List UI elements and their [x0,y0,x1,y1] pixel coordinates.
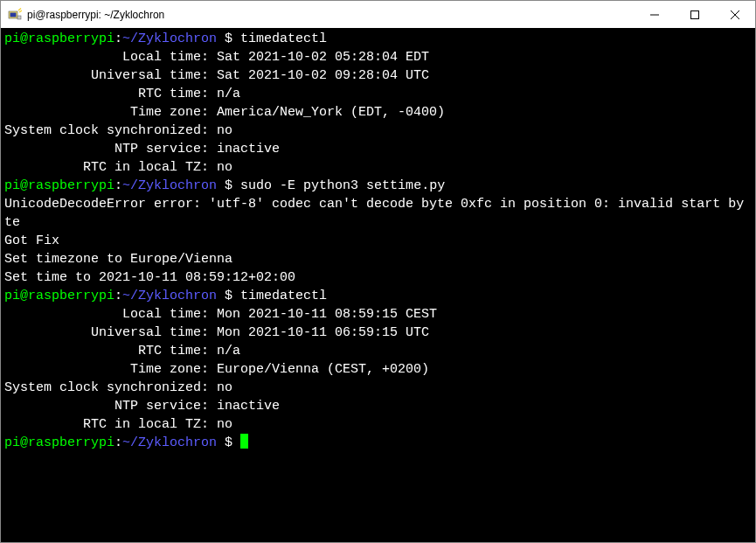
svg-rect-2 [17,16,21,19]
svg-rect-1 [10,12,17,17]
prompt-symbol: $ [217,31,240,46]
prompt-user-host: pi@raspberrypi [4,289,114,303]
close-button[interactable] [715,1,755,28]
prompt-separator: : [114,435,122,450]
output-line: Got Fix [4,232,752,250]
output-line: RTC in local TZ: no [4,158,752,177]
titlebar[interactable]: pi@raspberrypi: ~/Zyklochron [1,1,755,28]
prompt-user-host: pi@raspberrypi [4,31,114,46]
prompt-separator: : [114,178,122,193]
svg-line-3 [18,8,21,10]
prompt-path: ~/Zyklochron [122,435,217,450]
svg-line-4 [19,10,22,12]
output-line: Set timezone to Europe/Vienna [4,250,752,268]
svg-rect-6 [691,10,699,18]
command-text: timedatectl [240,289,327,303]
output-line: Time zone: Europe/Vienna (CEST, +0200) [4,360,752,379]
terminal-area[interactable]: pi@raspberrypi:~/Zyklochron $ timedatect… [1,28,755,542]
prompt-symbol: $ [217,435,240,450]
prompt-symbol: $ [217,178,240,193]
output-line: Local time: Mon 2021-10-11 08:59:15 CEST [4,305,752,324]
window-controls [635,1,755,28]
output-line: Time zone: America/New_York (EDT, -0400) [4,103,752,122]
output-line: RTC time: n/a [4,85,752,103]
command-text: timedatectl [240,31,327,46]
output-line: RTC in local TZ: no [4,415,752,434]
output-line: NTP service: inactive [4,397,752,415]
prompt-separator: : [114,31,122,46]
output-line: UnicodeDecodeError error: 'utf-8' codec … [4,195,752,232]
output-line: Set time to 2021-10-11 08:59:12+02:00 [4,268,752,287]
output-line: System clock synchronized: no [4,122,752,140]
maximize-button[interactable] [675,1,715,28]
prompt-user-host: pi@raspberrypi [4,435,114,450]
terminal-window: pi@raspberrypi: ~/Zyklochron pi@raspberr… [0,0,756,543]
prompt-separator: : [114,289,122,303]
cursor [240,434,248,449]
output-line: Local time: Sat 2021-10-02 05:28:04 EDT [4,48,752,66]
prompt-user-host: pi@raspberrypi [4,178,114,193]
output-line: Universal time: Mon 2021-10-11 06:59:15 … [4,324,752,342]
output-line: Universal time: Sat 2021-10-02 09:28:04 … [4,66,752,85]
terminal-line: pi@raspberrypi:~/Zyklochron $ timedatect… [4,30,752,48]
command-text: sudo -E python3 settime.py [240,178,445,193]
prompt-symbol: $ [217,289,240,303]
output-line: NTP service: inactive [4,140,752,158]
prompt-path: ~/Zyklochron [122,31,217,46]
output-line: RTC time: n/a [4,342,752,360]
prompt-path: ~/Zyklochron [122,178,217,193]
terminal-line: pi@raspberrypi:~/Zyklochron $ sudo -E py… [4,177,752,195]
output-line: System clock synchronized: no [4,379,752,397]
minimize-button[interactable] [635,1,675,28]
terminal-line: pi@raspberrypi:~/Zyklochron $ [4,434,752,452]
window-title: pi@raspberrypi: ~/Zyklochron [27,9,635,21]
terminal-line: pi@raspberrypi:~/Zyklochron $ timedatect… [4,287,752,305]
putty-icon [8,8,22,22]
prompt-path: ~/Zyklochron [122,289,217,303]
